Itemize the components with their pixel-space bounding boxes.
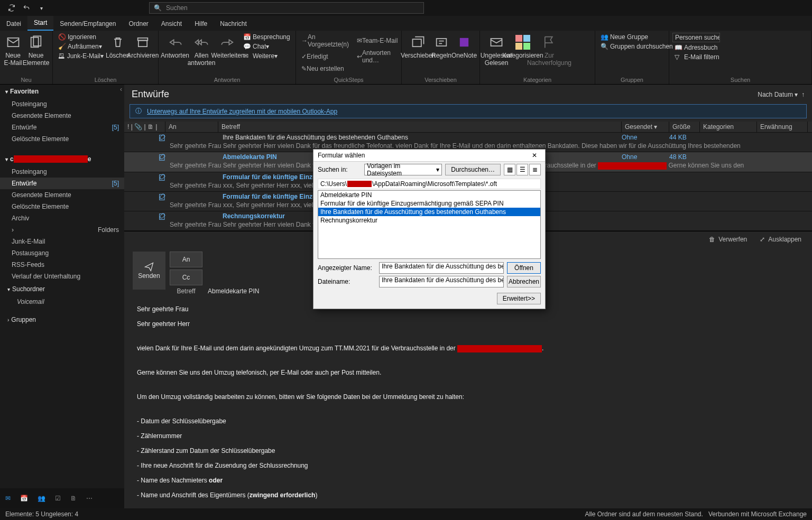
tab-datei[interactable]: Datei <box>0 17 27 31</box>
lookin-dropdown[interactable]: Vorlagen im Dateisystem▾ <box>364 164 442 175</box>
send-button[interactable]: Senden <box>133 252 165 290</box>
new-email-button[interactable]: Neue E-Mail <box>3 33 23 67</box>
sidebar-item-outbox[interactable]: Postausgang <box>0 247 124 259</box>
filter-email-button[interactable]: ▽E-Mail filtern <box>672 53 722 61</box>
tab-nachricht[interactable]: Nachricht <box>214 17 253 31</box>
sidebar-item-junk[interactable]: Junk-E-Mail <box>0 236 124 247</box>
sidebar-item-gesendete[interactable]: Gesendete Elemente <box>0 110 124 122</box>
sort-dropdown[interactable]: Nach Datum ▾ ↑ <box>758 91 805 98</box>
addressbook-button[interactable]: 📖Adressbuch <box>672 43 722 52</box>
col-an[interactable]: An <box>165 122 218 132</box>
chat-button[interactable]: 💬Chat▾ <box>241 42 289 51</box>
browse-button[interactable]: Durchsuchen… <box>445 164 501 175</box>
sidebar-item-geloeschte[interactable]: Gelöschte Elemente <box>0 133 124 145</box>
sidebar-item-inbox[interactable]: Posteingang <box>0 166 124 178</box>
sidebar-item-entwuerfe[interactable]: Entwürfe[5] <box>0 122 124 133</box>
more-reply-button[interactable]: ✉Weitere▾ <box>241 52 289 60</box>
search-input[interactable]: 🔍 Suchen <box>149 2 424 14</box>
filename-input[interactable]: Ihre Bankdaten für die Ausschüttung des … <box>379 276 504 287</box>
new-items-button[interactable]: Neue Elemente <box>23 33 49 67</box>
view-list[interactable]: ☰ <box>516 164 528 175</box>
info-icon: ⓘ <box>135 107 142 116</box>
col-betreff[interactable]: Betreff <box>218 122 622 132</box>
template-list-item[interactable]: Ihre Bankdaten für die Ausschüttung des … <box>318 208 540 216</box>
reply-all-button[interactable]: Allen antworten <box>188 33 215 67</box>
trash-icon: 🗑 <box>709 236 715 243</box>
junk-button[interactable]: 🗳Junk-E-Mail▾ <box>56 52 106 60</box>
sidebar-item-conversation-history[interactable]: Verlauf der Unterhaltung <box>0 271 124 282</box>
sidebar-item-archive[interactable]: Archiv <box>0 212 124 224</box>
tasks-nav-icon[interactable]: ☑ <box>55 495 61 502</box>
tab-start[interactable]: Start <box>27 16 53 31</box>
displayname-input[interactable]: Ihre Bankdaten für die Ausschüttung des … <box>379 262 504 274</box>
col-erwaehnung[interactable]: Erwähnung <box>757 122 808 132</box>
mail-nav-icon[interactable]: ✉ <box>5 495 11 502</box>
template-list-item[interactable]: Formular für die künftige Einzugsermächt… <box>318 199 540 208</box>
sidebar-item-folders[interactable]: › Folders <box>0 224 124 236</box>
onenote-button[interactable]: OneNote <box>451 33 477 59</box>
unread-read-button[interactable]: Ungelesen/ Gelesen <box>483 33 510 67</box>
discard-button[interactable]: 🗑Verwerfen <box>709 236 747 243</box>
col-gesendet[interactable]: Gesendet ▾ <box>622 122 669 132</box>
archive-button[interactable]: Archivieren <box>130 33 156 59</box>
tab-hilfe[interactable]: Hilfe <box>188 17 214 31</box>
message-body[interactable]: Sehr geehrte FrauSehr geehrter Herr viel… <box>124 299 812 508</box>
qa-dropdown-icon[interactable]: ▾ <box>34 1 49 15</box>
sidebar-item-voicemail[interactable]: Voicemail <box>0 296 124 308</box>
col-groesse[interactable]: Größe <box>669 122 700 132</box>
undo-icon[interactable] <box>19 1 34 15</box>
sync-icon[interactable] <box>4 1 19 15</box>
cancel-button[interactable]: Abbrechen <box>507 276 541 287</box>
expand-button[interactable]: ⤢Ausklappen <box>760 236 801 243</box>
move-button[interactable]: Verschieben <box>405 33 431 59</box>
tab-ordner[interactable]: Ordner <box>122 17 154 31</box>
quickstep-to-boss[interactable]: → An Vorgesetzte(n) <box>299 33 355 49</box>
col-icons[interactable]: ! | 📎 | 🗎 | <box>124 122 165 132</box>
forward-button[interactable]: Weiterleiten <box>215 33 241 59</box>
new-group-button[interactable]: 👥Neue Gruppe <box>598 33 675 41</box>
template-list-item[interactable]: Rechnungskorrektur <box>318 216 540 225</box>
quickstep-done[interactable]: ✓ Erledigt <box>299 49 355 64</box>
open-button[interactable]: Öffnen <box>507 262 541 274</box>
to-button[interactable]: An <box>170 252 202 267</box>
sidebar-item-drafts[interactable]: Entwürfe[5] <box>0 178 124 189</box>
ribbon-group-label: Gruppen <box>598 77 666 84</box>
sidebar-favorites-header[interactable]: ▾Favoriten <box>0 85 124 98</box>
people-search-input[interactable]: Personen suchen <box>672 33 720 42</box>
calendar-nav-icon[interactable]: 📅 <box>20 495 28 502</box>
template-list-item[interactable]: Abmeldekarte PIN <box>318 191 540 199</box>
followup-button[interactable]: Zur Nachverfolgung <box>536 33 562 67</box>
template-list[interactable]: Abmeldekarte PINFormular für die künftig… <box>318 190 541 259</box>
sidebar-item-sent[interactable]: Gesendete Elemente <box>0 189 124 201</box>
sidebar-suchordner-header[interactable]: ▾Suchordner <box>0 282 124 296</box>
sidebar-account-header[interactable]: ▾ce <box>0 152 124 166</box>
quickstep-create[interactable]: ✎ Neu erstellen <box>299 64 346 73</box>
info-banner[interactable]: ⓘ Unterwegs auf Ihre Entwürfe zugreifen … <box>130 104 807 118</box>
view-large-icons[interactable]: ▦ <box>504 164 515 175</box>
more-nav-icon[interactable]: ⋯ <box>86 495 93 502</box>
cleanup-button[interactable]: 🧹Aufräumen▾ <box>56 42 106 51</box>
notes-nav-icon[interactable]: 🗎 <box>70 495 77 502</box>
dialog-close-button[interactable]: ✕ <box>528 152 541 159</box>
rules-button[interactable]: Regeln <box>431 33 451 59</box>
advanced-button[interactable]: Erweitert>> <box>497 293 541 304</box>
people-nav-icon[interactable]: 👥 <box>38 495 45 502</box>
path-display: C:\Users\\AppData\Roaming\Microsoft\Temp… <box>318 179 541 189</box>
sidebar-item-deleted[interactable]: Gelöschte Elemente <box>0 201 124 212</box>
subject-value[interactable]: Abmeldekarte PIN <box>208 287 259 295</box>
view-details[interactable]: ≣ <box>529 164 541 175</box>
meeting-button[interactable]: 📅Besprechung <box>241 33 289 41</box>
delete-button[interactable]: Löschen <box>106 33 130 59</box>
tab-senden-empfangen[interactable]: Senden/Empfangen <box>53 17 122 31</box>
sidebar-gruppen-header[interactable]: ›Gruppen <box>0 313 124 327</box>
browse-groups-button[interactable]: 🔍Gruppen durchsuchen <box>598 42 675 51</box>
col-kategorien[interactable]: Kategorien <box>700 122 757 132</box>
cc-button[interactable]: Cc <box>170 270 202 285</box>
sidebar-item-rss[interactable]: RSS-Feeds <box>0 259 124 271</box>
sidebar-item-posteingang[interactable]: Posteingang <box>0 98 124 110</box>
collapse-sidebar-icon[interactable]: ‹ <box>120 86 122 93</box>
reply-button[interactable]: Antworten <box>162 33 188 59</box>
tab-ansicht[interactable]: Ansicht <box>155 17 188 31</box>
ignore-button[interactable]: 🚫Ignorieren <box>56 33 106 41</box>
filter-icon: ▽ <box>675 53 682 61</box>
